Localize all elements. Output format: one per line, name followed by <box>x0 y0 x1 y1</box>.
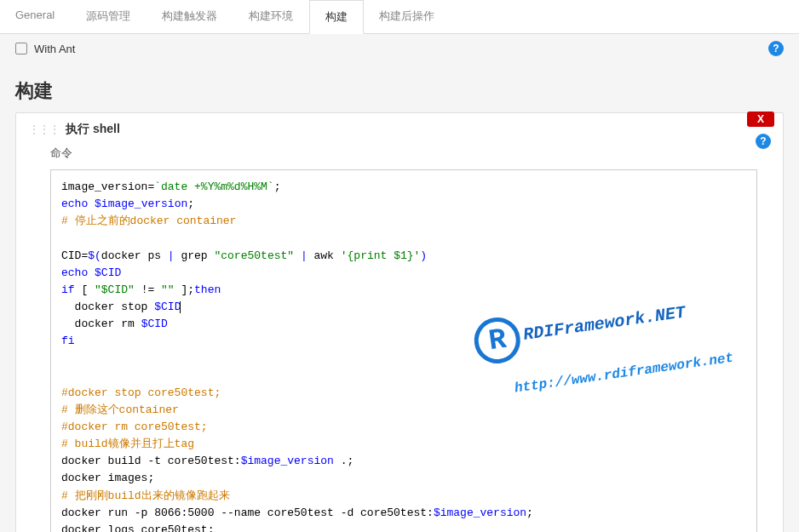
text-cursor <box>180 301 181 313</box>
with-ant-label: With Ant <box>34 43 75 55</box>
drag-handle-icon[interactable]: ⋮⋮⋮ <box>28 123 59 136</box>
help-icon[interactable]: ? <box>756 134 771 149</box>
tab-build[interactable]: 构建 <box>309 0 364 34</box>
command-label: 命令 <box>16 146 783 164</box>
with-ant-checkbox[interactable] <box>15 43 27 54</box>
tab-postbuild[interactable]: 构建后操作 <box>364 0 451 33</box>
tab-triggers[interactable]: 构建触发器 <box>147 0 233 33</box>
tab-general[interactable]: General <box>0 0 71 33</box>
tab-env[interactable]: 构建环境 <box>233 0 309 33</box>
panel-title: 执行 shell <box>66 122 120 137</box>
build-step-panel: X ⋮⋮⋮ 执行 shell ? 命令 image_version=`date … <box>15 112 784 532</box>
delete-step-button[interactable]: X <box>747 112 774 127</box>
tab-scm[interactable]: 源码管理 <box>71 0 147 33</box>
section-title-build: 构建 <box>0 63 799 112</box>
watermark: RRDIFramework.NET http://www.rdiframewor… <box>417 269 738 429</box>
shell-command-textarea[interactable]: image_version=`date +%Y%m%d%H%M`; echo $… <box>50 169 757 532</box>
watermark-logo-icon: R <box>472 315 524 367</box>
tab-bar: General 源码管理 构建触发器 构建环境 构建 构建后操作 <box>0 0 799 34</box>
help-icon[interactable]: ? <box>768 41 784 56</box>
with-ant-row: With Ant ? <box>0 34 799 63</box>
